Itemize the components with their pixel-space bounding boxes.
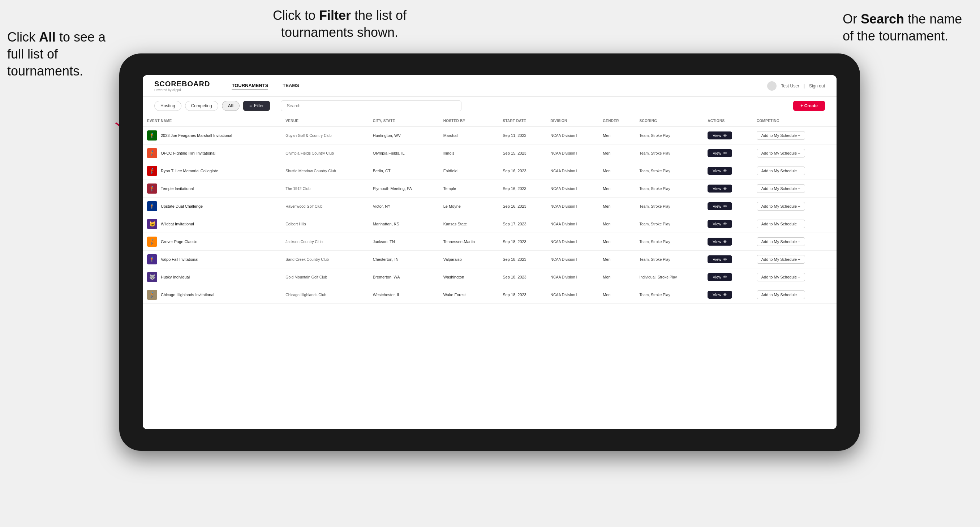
scoring-3: Team, Stroke Play [635,180,703,198]
event-name-cell-0: 🏌️ 2023 Joe Feaganes Marshall Invitation… [143,127,281,144]
table-row: 🏌️ 2023 Joe Feaganes Marshall Invitation… [143,127,837,144]
add-schedule-button-8[interactable]: Add to My Schedule + [757,273,805,281]
col-scoring: SCORING [635,115,703,127]
view-button-5[interactable]: View 👁 [708,220,732,228]
venue-7: Sand Creek Country Club [281,251,368,268]
sign-out-link[interactable]: Sign out [809,83,825,89]
search-input[interactable] [281,100,461,111]
eye-icon-8: 👁 [723,275,727,279]
team-logo-0: 🏌️ [147,130,157,141]
add-schedule-button-9[interactable]: Add to My Schedule + [757,290,805,299]
hosted-by-3: Temple [439,180,499,198]
col-event-name: EVENT NAME [143,115,281,127]
toolbar: Hosting Competing All ≡ Filter + Create [143,97,837,115]
city-state-4: Victor, NY [369,198,439,215]
event-name-cell-3: 🏌️ Temple Invitational [143,180,281,198]
annotation-search: Or Search the name of the tournament. [843,11,973,45]
division-2: NCAA Division I [546,162,598,180]
gender-2: Men [598,162,635,180]
event-name-cell-5: 🐱 Wildcat Invitational [143,215,281,233]
gender-9: Men [598,286,635,304]
hosted-by-2: Fairfield [439,162,499,180]
filter-icon: ≡ [249,103,252,108]
create-button[interactable]: + Create [793,101,825,111]
view-button-0[interactable]: View 👁 [708,132,732,140]
user-avatar [767,81,776,90]
add-schedule-button-2[interactable]: Add to My Schedule + [757,167,805,175]
city-state-5: Manhattan, KS [369,215,439,233]
scoring-2: Team, Stroke Play [635,162,703,180]
competing-4: Add to My Schedule + [752,198,837,215]
col-actions: ACTIONS [703,115,752,127]
eye-icon-0: 👁 [723,133,727,138]
start-date-8: Sep 18, 2023 [498,268,546,286]
nav-tournaments[interactable]: TOURNAMENTS [232,81,268,90]
app-header: SCOREBOARD Powered by clippd TOURNAMENTS… [143,75,837,97]
scoring-9: Team, Stroke Play [635,286,703,304]
division-8: NCAA Division I [546,268,598,286]
add-schedule-button-5[interactable]: Add to My Schedule + [757,220,805,228]
annotation-all: Click All to see a full list of tourname… [7,29,108,79]
venue-9: Chicago Highlands Club [281,286,368,304]
view-button-6[interactable]: View 👁 [708,238,732,246]
team-logo-8: 🐺 [147,272,157,282]
event-name-8: Husky Individual [161,275,190,279]
event-name-cell-6: 🏌️ Grover Page Classic [143,233,281,251]
add-schedule-button-6[interactable]: Add to My Schedule + [757,237,805,246]
hosted-by-8: Washington [439,268,499,286]
tab-hosting[interactable]: Hosting [154,101,181,111]
actions-8: View 👁 [703,268,752,286]
table-container: EVENT NAME VENUE CITY, STATE HOSTED BY S… [143,115,837,429]
gender-3: Men [598,180,635,198]
start-date-3: Sep 16, 2023 [498,180,546,198]
view-button-7[interactable]: View 👁 [708,256,732,264]
tab-all[interactable]: All [222,101,240,111]
gender-7: Men [598,251,635,268]
col-competing: COMPETING [752,115,837,127]
start-date-7: Sep 18, 2023 [498,251,546,268]
hosted-by-5: Kansas State [439,215,499,233]
venue-0: Guyan Golf & Country Club [281,127,368,144]
city-state-9: Westchester, IL [369,286,439,304]
add-schedule-button-0[interactable]: Add to My Schedule + [757,131,805,140]
view-button-9[interactable]: View 👁 [708,291,732,299]
gender-0: Men [598,127,635,144]
add-schedule-button-1[interactable]: Add to My Schedule + [757,149,805,157]
event-name-3: Temple Invitational [161,186,194,191]
add-schedule-button-7[interactable]: Add to My Schedule + [757,255,805,264]
city-state-0: Huntington, WV [369,127,439,144]
view-button-2[interactable]: View 👁 [708,167,732,175]
city-state-1: Olympia Fields, IL [369,144,439,162]
view-button-4[interactable]: View 👁 [708,202,732,210]
eye-icon-6: 👁 [723,240,727,244]
view-button-1[interactable]: View 👁 [708,149,732,157]
hosted-by-0: Marshall [439,127,499,144]
hosted-by-4: Le Moyne [439,198,499,215]
competing-5: Add to My Schedule + [752,215,837,233]
logo-area: SCOREBOARD Powered by clippd [154,80,210,92]
eye-icon-5: 👁 [723,222,727,226]
division-9: NCAA Division I [546,286,598,304]
actions-3: View 👁 [703,180,752,198]
scoring-0: Team, Stroke Play [635,127,703,144]
competing-2: Add to My Schedule + [752,162,837,180]
team-logo-2: 🏌️ [147,166,157,176]
tab-competing[interactable]: Competing [185,101,218,111]
view-button-8[interactable]: View 👁 [708,273,732,281]
table-row: 🏌️ Upstate Dual Challenge Ravenwood Golf… [143,198,837,215]
table-row: 🐱 Wildcat Invitational Colbert Hills Man… [143,215,837,233]
view-button-3[interactable]: View 👁 [708,184,732,192]
add-schedule-button-4[interactable]: Add to My Schedule + [757,202,805,211]
scoring-5: Team, Stroke Play [635,215,703,233]
filter-button[interactable]: ≡ Filter [243,101,270,111]
add-schedule-button-3[interactable]: Add to My Schedule + [757,184,805,193]
nav-teams[interactable]: TEAMS [283,81,299,90]
gender-6: Men [598,233,635,251]
hosted-by-7: Valparaiso [439,251,499,268]
division-6: NCAA Division I [546,233,598,251]
scoring-8: Individual, Stroke Play [635,268,703,286]
competing-6: Add to My Schedule + [752,233,837,251]
separator: | [803,83,805,89]
venue-8: Gold Mountain Golf Club [281,268,368,286]
tablet-bezel: SCOREBOARD Powered by clippd TOURNAMENTS… [119,54,860,451]
